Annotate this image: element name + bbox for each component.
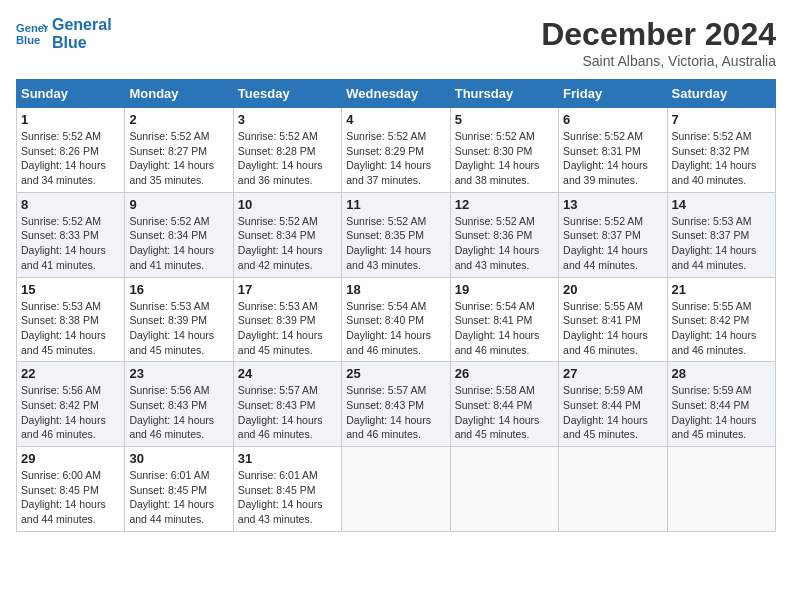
day-number: 10 (238, 197, 337, 212)
calendar-cell: 14Sunrise: 5:53 AM Sunset: 8:37 PM Dayli… (667, 192, 775, 277)
day-number: 15 (21, 282, 120, 297)
title-block: December 2024 Saint Albans, Victoria, Au… (541, 16, 776, 69)
svg-text:General: General (16, 22, 48, 34)
day-info: Sunrise: 5:52 AM Sunset: 8:36 PM Dayligh… (455, 214, 554, 273)
day-number: 11 (346, 197, 445, 212)
calendar-cell: 26Sunrise: 5:58 AM Sunset: 8:44 PM Dayli… (450, 362, 558, 447)
calendar-cell: 22Sunrise: 5:56 AM Sunset: 8:42 PM Dayli… (17, 362, 125, 447)
calendar-cell: 27Sunrise: 5:59 AM Sunset: 8:44 PM Dayli… (559, 362, 667, 447)
day-number: 31 (238, 451, 337, 466)
week-row-5: 29Sunrise: 6:00 AM Sunset: 8:45 PM Dayli… (17, 447, 776, 532)
day-info: Sunrise: 5:57 AM Sunset: 8:43 PM Dayligh… (238, 383, 337, 442)
day-info: Sunrise: 5:52 AM Sunset: 8:28 PM Dayligh… (238, 129, 337, 188)
day-number: 29 (21, 451, 120, 466)
day-number: 16 (129, 282, 228, 297)
day-number: 3 (238, 112, 337, 127)
day-info: Sunrise: 5:52 AM Sunset: 8:31 PM Dayligh… (563, 129, 662, 188)
day-number: 17 (238, 282, 337, 297)
day-info: Sunrise: 5:55 AM Sunset: 8:42 PM Dayligh… (672, 299, 771, 358)
day-info: Sunrise: 5:52 AM Sunset: 8:34 PM Dayligh… (129, 214, 228, 273)
calendar-cell: 20Sunrise: 5:55 AM Sunset: 8:41 PM Dayli… (559, 277, 667, 362)
calendar-cell: 4Sunrise: 5:52 AM Sunset: 8:29 PM Daylig… (342, 108, 450, 193)
day-info: Sunrise: 5:57 AM Sunset: 8:43 PM Dayligh… (346, 383, 445, 442)
day-info: Sunrise: 5:58 AM Sunset: 8:44 PM Dayligh… (455, 383, 554, 442)
calendar-cell: 21Sunrise: 5:55 AM Sunset: 8:42 PM Dayli… (667, 277, 775, 362)
column-header-monday: Monday (125, 80, 233, 108)
day-number: 14 (672, 197, 771, 212)
logo-text: GeneralBlue (52, 16, 112, 51)
calendar-cell: 7Sunrise: 5:52 AM Sunset: 8:32 PM Daylig… (667, 108, 775, 193)
day-info: Sunrise: 6:00 AM Sunset: 8:45 PM Dayligh… (21, 468, 120, 527)
day-info: Sunrise: 6:01 AM Sunset: 8:45 PM Dayligh… (238, 468, 337, 527)
calendar-cell: 11Sunrise: 5:52 AM Sunset: 8:35 PM Dayli… (342, 192, 450, 277)
week-row-4: 22Sunrise: 5:56 AM Sunset: 8:42 PM Dayli… (17, 362, 776, 447)
page-header: General Blue GeneralBlue December 2024 S… (16, 16, 776, 69)
calendar-cell: 13Sunrise: 5:52 AM Sunset: 8:37 PM Dayli… (559, 192, 667, 277)
day-number: 23 (129, 366, 228, 381)
month-title: December 2024 (541, 16, 776, 53)
day-number: 4 (346, 112, 445, 127)
day-number: 7 (672, 112, 771, 127)
column-header-thursday: Thursday (450, 80, 558, 108)
calendar-cell: 25Sunrise: 5:57 AM Sunset: 8:43 PM Dayli… (342, 362, 450, 447)
calendar-cell: 15Sunrise: 5:53 AM Sunset: 8:38 PM Dayli… (17, 277, 125, 362)
column-header-tuesday: Tuesday (233, 80, 341, 108)
day-info: Sunrise: 5:53 AM Sunset: 8:37 PM Dayligh… (672, 214, 771, 273)
day-number: 18 (346, 282, 445, 297)
day-info: Sunrise: 5:55 AM Sunset: 8:41 PM Dayligh… (563, 299, 662, 358)
day-info: Sunrise: 5:56 AM Sunset: 8:42 PM Dayligh… (21, 383, 120, 442)
day-info: Sunrise: 5:52 AM Sunset: 8:26 PM Dayligh… (21, 129, 120, 188)
week-row-1: 1Sunrise: 5:52 AM Sunset: 8:26 PM Daylig… (17, 108, 776, 193)
day-number: 19 (455, 282, 554, 297)
day-info: Sunrise: 5:56 AM Sunset: 8:43 PM Dayligh… (129, 383, 228, 442)
day-number: 9 (129, 197, 228, 212)
calendar-cell: 28Sunrise: 5:59 AM Sunset: 8:44 PM Dayli… (667, 362, 775, 447)
day-number: 13 (563, 197, 662, 212)
day-info: Sunrise: 5:52 AM Sunset: 8:37 PM Dayligh… (563, 214, 662, 273)
calendar-cell: 5Sunrise: 5:52 AM Sunset: 8:30 PM Daylig… (450, 108, 558, 193)
day-number: 25 (346, 366, 445, 381)
day-number: 24 (238, 366, 337, 381)
day-info: Sunrise: 5:59 AM Sunset: 8:44 PM Dayligh… (563, 383, 662, 442)
calendar-cell: 3Sunrise: 5:52 AM Sunset: 8:28 PM Daylig… (233, 108, 341, 193)
day-info: Sunrise: 5:52 AM Sunset: 8:30 PM Dayligh… (455, 129, 554, 188)
calendar-cell: 31Sunrise: 6:01 AM Sunset: 8:45 PM Dayli… (233, 447, 341, 532)
day-info: Sunrise: 5:53 AM Sunset: 8:39 PM Dayligh… (238, 299, 337, 358)
location-subtitle: Saint Albans, Victoria, Australia (541, 53, 776, 69)
day-info: Sunrise: 5:54 AM Sunset: 8:40 PM Dayligh… (346, 299, 445, 358)
day-number: 12 (455, 197, 554, 212)
calendar-cell (667, 447, 775, 532)
calendar-cell: 2Sunrise: 5:52 AM Sunset: 8:27 PM Daylig… (125, 108, 233, 193)
day-info: Sunrise: 5:53 AM Sunset: 8:38 PM Dayligh… (21, 299, 120, 358)
day-info: Sunrise: 5:52 AM Sunset: 8:29 PM Dayligh… (346, 129, 445, 188)
calendar-cell: 9Sunrise: 5:52 AM Sunset: 8:34 PM Daylig… (125, 192, 233, 277)
calendar-cell: 16Sunrise: 5:53 AM Sunset: 8:39 PM Dayli… (125, 277, 233, 362)
svg-text:Blue: Blue (16, 33, 40, 45)
calendar-cell: 23Sunrise: 5:56 AM Sunset: 8:43 PM Dayli… (125, 362, 233, 447)
calendar-cell (450, 447, 558, 532)
week-row-3: 15Sunrise: 5:53 AM Sunset: 8:38 PM Dayli… (17, 277, 776, 362)
day-info: Sunrise: 5:52 AM Sunset: 8:32 PM Dayligh… (672, 129, 771, 188)
calendar-cell: 17Sunrise: 5:53 AM Sunset: 8:39 PM Dayli… (233, 277, 341, 362)
day-number: 26 (455, 366, 554, 381)
column-header-saturday: Saturday (667, 80, 775, 108)
calendar-cell: 1Sunrise: 5:52 AM Sunset: 8:26 PM Daylig… (17, 108, 125, 193)
day-number: 2 (129, 112, 228, 127)
calendar-cell: 12Sunrise: 5:52 AM Sunset: 8:36 PM Dayli… (450, 192, 558, 277)
calendar-cell: 6Sunrise: 5:52 AM Sunset: 8:31 PM Daylig… (559, 108, 667, 193)
column-header-wednesday: Wednesday (342, 80, 450, 108)
day-number: 8 (21, 197, 120, 212)
logo: General Blue GeneralBlue (16, 16, 112, 51)
day-number: 21 (672, 282, 771, 297)
calendar-cell: 24Sunrise: 5:57 AM Sunset: 8:43 PM Dayli… (233, 362, 341, 447)
day-info: Sunrise: 5:53 AM Sunset: 8:39 PM Dayligh… (129, 299, 228, 358)
calendar-cell: 8Sunrise: 5:52 AM Sunset: 8:33 PM Daylig… (17, 192, 125, 277)
day-info: Sunrise: 6:01 AM Sunset: 8:45 PM Dayligh… (129, 468, 228, 527)
day-info: Sunrise: 5:52 AM Sunset: 8:35 PM Dayligh… (346, 214, 445, 273)
calendar-cell: 10Sunrise: 5:52 AM Sunset: 8:34 PM Dayli… (233, 192, 341, 277)
calendar-cell: 29Sunrise: 6:00 AM Sunset: 8:45 PM Dayli… (17, 447, 125, 532)
logo-icon: General Blue (16, 18, 48, 50)
day-info: Sunrise: 5:59 AM Sunset: 8:44 PM Dayligh… (672, 383, 771, 442)
calendar-cell: 18Sunrise: 5:54 AM Sunset: 8:40 PM Dayli… (342, 277, 450, 362)
calendar-header-row: SundayMondayTuesdayWednesdayThursdayFrid… (17, 80, 776, 108)
